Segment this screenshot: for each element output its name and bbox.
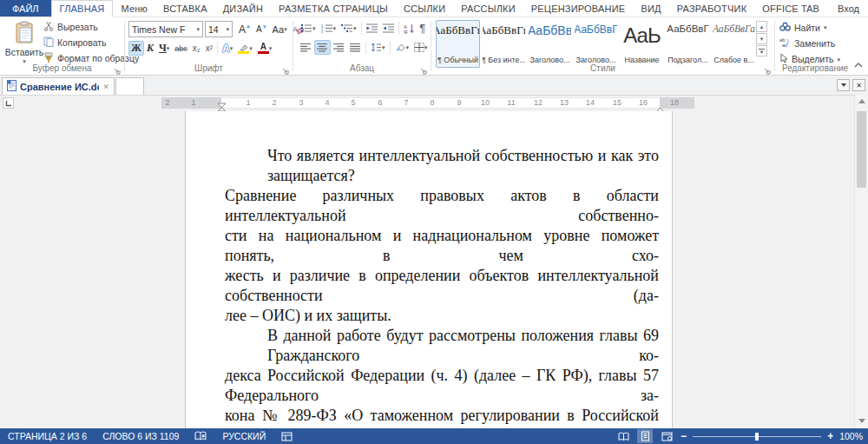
align-left-button[interactable] [298, 40, 314, 55]
document-tab[interactable]: Сравнение ИС.docx ✕ [2, 77, 115, 95]
style-subtitle[interactable]: АаБбВвГ Подзагол... [666, 20, 710, 68]
close-document-button[interactable]: ✕ [852, 79, 865, 91]
zoom-in-button[interactable]: + [827, 431, 833, 441]
document-line: лее – ОИС) и их защиты. [225, 306, 659, 326]
shading-button[interactable]: ▾ [392, 40, 412, 55]
shrink-font-button[interactable]: А▼ [253, 22, 270, 36]
clipboard-dialog-launcher[interactable] [113, 63, 122, 72]
justify-button[interactable] [347, 40, 364, 55]
line-spacing-button[interactable]: ▾ [368, 40, 388, 55]
replace-icon: abac [779, 37, 791, 49]
font-color-button[interactable]: А ▾ [255, 41, 275, 56]
zoom-level[interactable]: 100% [839, 431, 863, 441]
arrow-up-icon [858, 96, 865, 103]
sort-button[interactable]: АЯ [401, 21, 418, 36]
collapse-ribbon-button[interactable] [854, 56, 863, 71]
text-effects-button[interactable]: А ▾ [220, 41, 235, 56]
print-layout-button[interactable] [637, 429, 653, 443]
bold-button[interactable]: Ж [128, 41, 144, 56]
read-mode-button[interactable] [615, 429, 631, 443]
style-heading1[interactable]: АаБбВв Заголово... [528, 20, 572, 68]
font-size-combo[interactable]: 14 ▾ [205, 21, 233, 37]
tab-home[interactable]: ГЛАВНАЯ [51, 0, 114, 17]
underline-button[interactable]: Ч ▾ [156, 41, 172, 56]
paste-button[interactable]: Вставить ▾ [7, 21, 42, 70]
tab-list-dropdown-button[interactable] [837, 79, 850, 91]
vertical-scrollbar[interactable] [854, 94, 868, 428]
zoom-slider-thumb[interactable] [755, 433, 759, 441]
page-count-indicator[interactable]: СТРАНИЦА 2 ИЗ 6 [0, 431, 95, 441]
proofing-status-button[interactable] [187, 431, 214, 441]
chevron-down-icon: ▾ [837, 56, 840, 63]
grow-font-button[interactable]: А▲ [236, 22, 253, 36]
styles-scroll-up-button[interactable]: ▴ [756, 21, 767, 32]
document-line: Сравнение различных правовых актов в обл… [225, 186, 659, 226]
replace-button[interactable]: abac Заменить [779, 37, 835, 49]
tab-design[interactable]: ДИЗАЙН [215, 0, 271, 17]
tab-references[interactable]: ССЫЛКИ [396, 0, 453, 17]
tab-developer[interactable]: РАЗРАБОТЧИК [669, 0, 755, 17]
find-button[interactable]: Найти ▾ [779, 22, 826, 33]
tab-insert[interactable]: ВСТАВКА [155, 0, 215, 17]
align-center-button[interactable] [314, 40, 331, 55]
tab-office-tab[interactable]: OFFICE TAB [754, 0, 827, 17]
justify-icon [350, 43, 361, 52]
style-subtle-emphasis[interactable]: АаБбВвГа Слабое в... [712, 20, 756, 68]
numbering-button[interactable]: 123 ▾ [319, 21, 339, 36]
decrease-indent-button[interactable] [364, 21, 380, 36]
close-tab-icon[interactable]: ✕ [102, 83, 109, 91]
tab-view[interactable]: ВИД [633, 0, 668, 17]
scroll-up-button[interactable] [855, 94, 868, 108]
italic-button[interactable]: К [144, 41, 156, 56]
align-right-button[interactable] [331, 40, 347, 55]
style-normal[interactable]: АаБбВвГг, ¶ Обычный [436, 20, 480, 68]
ruler-number: 6 [378, 98, 382, 107]
highlighter-icon [238, 43, 249, 54]
superscript-button[interactable]: x² [203, 41, 215, 56]
language-indicator[interactable]: РУССКИЙ [214, 431, 273, 441]
multilevel-list-button[interactable]: ▾ [339, 21, 359, 36]
scroll-down-button[interactable] [855, 414, 868, 428]
group-editing: Найти ▾ abac Заменить Выделить ▾ Редакти… [776, 17, 854, 75]
chevron-down-icon: ▾ [230, 45, 233, 51]
styles-more-button[interactable]: ▾ [756, 45, 767, 56]
sign-in-link[interactable]: Вход [827, 0, 868, 17]
scrollbar-thumb[interactable] [857, 111, 866, 188]
styles-scroll-down-button[interactable]: ▾ [756, 33, 767, 44]
paragraph-group-label: Абзац [293, 63, 431, 73]
tab-file[interactable]: ФАЙЛ [0, 0, 51, 17]
chevron-down-icon: ▾ [167, 45, 170, 51]
word-count-indicator[interactable]: СЛОВО 6 ИЗ 1109 [95, 431, 187, 441]
document-page[interactable]: Что является интеллектуальной собственно… [185, 111, 673, 428]
tab-menu[interactable]: Меню [113, 0, 155, 17]
subscript-button[interactable]: x₂ [190, 41, 203, 56]
macro-recording-button[interactable] [273, 432, 300, 441]
font-dialog-launcher[interactable] [281, 63, 290, 72]
group-styles: АаБбВвГг, ¶ Обычный АаБбВвГг, ¶ Без инте… [431, 17, 774, 75]
new-tab-stub[interactable] [115, 77, 144, 95]
highlight-color-button[interactable]: ▾ [235, 41, 255, 56]
font-name-combo[interactable]: Times New F ▾ [128, 21, 203, 37]
change-case-button[interactable]: Аа▾ [270, 22, 290, 36]
style-no-spacing[interactable]: АаБбВвГг, ¶ Без инте... [482, 20, 526, 68]
arrow-down-icon [858, 419, 865, 427]
zoom-out-button[interactable]: − [681, 431, 687, 441]
document-text[interactable]: Что является интеллектуальной собственно… [225, 146, 659, 428]
bullets-button[interactable]: ▾ [298, 21, 319, 36]
copy-icon [43, 36, 54, 49]
style-heading2[interactable]: АаБбВвГ Заголово... [574, 20, 618, 68]
styles-dialog-launcher[interactable] [763, 63, 772, 72]
borders-button[interactable]: ▾ [411, 40, 431, 55]
web-layout-button[interactable] [659, 429, 674, 443]
show-marks-button[interactable]: ¶ [418, 21, 428, 36]
tab-page-layout[interactable]: РАЗМЕТКА СТРАНИЦЫ [271, 0, 396, 17]
style-title[interactable]: АаЬ Название [620, 20, 664, 68]
tab-mailings[interactable]: РАССЫЛКИ [453, 0, 523, 17]
strikethrough-button[interactable]: abc [172, 41, 190, 56]
zoom-slider[interactable] [693, 436, 821, 437]
tab-stop-selector[interactable] [3, 97, 14, 109]
paragraph-dialog-launcher[interactable] [419, 63, 428, 72]
red-color-bar [258, 51, 269, 54]
tab-review[interactable]: РЕЦЕНЗИРОВАНИЕ [523, 0, 634, 17]
increase-indent-button[interactable] [380, 21, 397, 36]
